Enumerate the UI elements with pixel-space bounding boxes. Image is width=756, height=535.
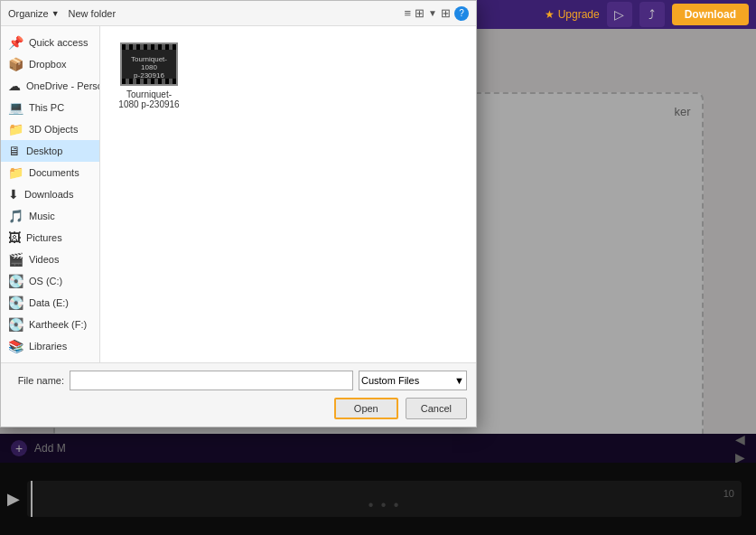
filename-row: File name: Custom Files ▼ xyxy=(10,371,467,390)
quick-access-icon: 📌 xyxy=(8,35,23,50)
downloads-label: Downloads xyxy=(24,189,73,200)
sidebar-item-onedrive[interactable]: ☁OneDrive - Personal xyxy=(1,75,99,97)
view-list-icon[interactable]: ≡ xyxy=(405,6,412,20)
dialog-sort-icon[interactable]: ⊞ xyxy=(441,6,451,20)
kartheek-f-icon: 💽 xyxy=(8,317,23,332)
file-item[interactable]: Tourniquet-1080p-230916 Tourniquet-1080 … xyxy=(113,39,185,113)
sidebar-item-videos[interactable]: 🎬Videos xyxy=(1,249,99,270)
3d-objects-icon: 📁 xyxy=(8,122,23,136)
sidebar-item-data-e[interactable]: 💽Data (E:) xyxy=(1,292,99,314)
dialog-files: Tourniquet-1080p-230916 Tourniquet-1080 … xyxy=(100,26,476,362)
this-pc-icon: 💻 xyxy=(8,100,23,115)
kartheek-f-label: Kartheek (F:) xyxy=(29,319,87,330)
open-button[interactable]: Open xyxy=(334,398,398,419)
pictures-label: Pictures xyxy=(26,232,62,243)
dialog-body: 📌Quick access📦Dropbox☁OneDrive - Persona… xyxy=(1,26,476,362)
music-icon: 🎵 xyxy=(8,209,23,223)
sidebar-item-3d-objects[interactable]: 📁3D Objects xyxy=(1,118,99,140)
view-chevron-icon[interactable]: ▼ xyxy=(428,8,437,18)
filename-label: File name: xyxy=(10,375,64,386)
sidebar-item-desktop[interactable]: 🖥Desktop xyxy=(1,140,99,162)
new-folder-button[interactable]: New folder xyxy=(69,8,117,19)
documents-label: Documents xyxy=(29,167,79,178)
sidebar-item-downloads[interactable]: ⬇Downloads xyxy=(1,183,99,205)
file-dialog: Organize ▼ New folder ≡ ⊞ ▼ ⊞ ? 📌Quick a… xyxy=(0,0,477,427)
filetype-select[interactable]: Custom Files ▼ xyxy=(359,371,467,390)
sidebar-item-pictures[interactable]: 🖼Pictures xyxy=(1,227,99,249)
libraries-label: Libraries xyxy=(29,341,67,352)
videos-label: Videos xyxy=(29,254,59,265)
data-e-label: Data (E:) xyxy=(29,297,69,308)
organize-button[interactable]: Organize ▼ xyxy=(8,8,60,19)
view-tiles-icon[interactable]: ⊞ xyxy=(415,6,425,20)
this-pc-label: This PC xyxy=(29,102,64,113)
dialog-bottom: File name: Custom Files ▼ Open Cancel xyxy=(1,362,476,427)
sidebar-item-music[interactable]: 🎵Music xyxy=(1,205,99,227)
dialog-actions: Open Cancel xyxy=(10,398,467,419)
desktop-label: Desktop xyxy=(26,145,62,156)
onedrive-icon: ☁ xyxy=(8,79,21,93)
thumbnail-text: Tourniquet-1080p-230916 xyxy=(122,50,176,80)
libraries-icon: 📚 xyxy=(8,339,23,353)
downloads-icon: ⬇ xyxy=(8,187,19,202)
filetype-chevron-icon: ▼ xyxy=(454,375,464,386)
onedrive-label: OneDrive - Personal xyxy=(26,80,100,91)
3d-objects-label: 3D Objects xyxy=(29,124,78,135)
filename-input[interactable] xyxy=(70,371,353,390)
upgrade-button[interactable]: ★ Upgrade xyxy=(545,8,600,21)
share-icon-btn[interactable]: ⤴ xyxy=(639,2,665,27)
star-icon: ★ xyxy=(545,8,555,21)
file-thumbnail: Tourniquet-1080p-230916 xyxy=(120,42,178,86)
data-e-icon: 💽 xyxy=(8,296,23,310)
sidebar-item-this-pc[interactable]: 💻This PC xyxy=(1,97,99,118)
organize-chevron-icon: ▼ xyxy=(51,9,60,18)
sidebar-item-quick-access[interactable]: 📌Quick access xyxy=(1,32,99,53)
sidebar-item-kartheek-f[interactable]: 💽Kartheek (F:) xyxy=(1,314,99,335)
videos-icon: 🎬 xyxy=(8,252,23,267)
dropbox-icon: 📦 xyxy=(8,57,23,71)
cancel-button[interactable]: Cancel xyxy=(406,398,467,419)
help-icon[interactable]: ? xyxy=(454,6,469,21)
documents-icon: 📁 xyxy=(8,165,23,180)
play-icon-btn[interactable]: ▷ xyxy=(607,2,632,27)
quick-access-label: Quick access xyxy=(29,37,88,48)
sidebar-item-libraries[interactable]: 📚Libraries xyxy=(1,335,99,357)
dropbox-label: Dropbox xyxy=(29,59,67,70)
os-c-label: OS (C:) xyxy=(29,276,62,286)
dialog-sidebar: 📌Quick access📦Dropbox☁OneDrive - Persona… xyxy=(1,26,100,362)
file-name-label: Tourniquet-1080 p-230916 xyxy=(117,89,182,109)
sidebar-item-documents[interactable]: 📁Documents xyxy=(1,162,99,183)
os-c-icon: 💽 xyxy=(8,274,23,288)
pictures-icon: 🖼 xyxy=(8,230,21,245)
sidebar-item-os-c[interactable]: 💽OS (C:) xyxy=(1,270,99,292)
sidebar-item-dropbox[interactable]: 📦Dropbox xyxy=(1,53,99,75)
download-button[interactable]: Download xyxy=(672,4,749,25)
music-label: Music xyxy=(29,211,55,221)
desktop-icon: 🖥 xyxy=(8,144,21,158)
dialog-toolbar: Organize ▼ New folder ≡ ⊞ ▼ ⊞ ? xyxy=(1,1,476,26)
